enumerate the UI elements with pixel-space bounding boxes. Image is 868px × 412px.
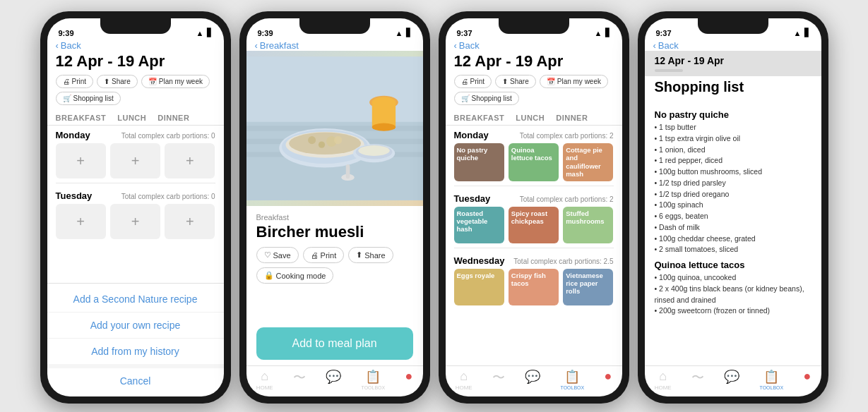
- tuesday-lunch-cell[interactable]: +: [110, 204, 160, 239]
- phone-2-back[interactable]: ‹ Breakfast: [246, 39, 423, 51]
- tuesday-cells: + + +: [56, 204, 215, 239]
- share-recipe-btn[interactable]: ⬆ Share: [348, 247, 393, 263]
- phone-1-title: 12 Apr - 19 Apr: [47, 51, 224, 75]
- tab-toolbox[interactable]: 📋TOOLBOX: [361, 369, 385, 391]
- p3-tuesday-row: Tuesday Total complex carb portions: 2 R…: [446, 189, 622, 245]
- item-1-11: • 100g cheddar cheese, grated: [655, 234, 811, 245]
- phone-4-content: ‹ Back 12 Apr - 19 Apr Shopping list No …: [645, 39, 821, 396]
- tuesday-row: Tuesday Total complex carb portions: 0 +…: [47, 186, 224, 241]
- p3-divider-1: [454, 186, 614, 186]
- tab-home[interactable]: ⌂HOME: [256, 369, 273, 391]
- print-btn[interactable]: 🖨 Print: [56, 75, 94, 88]
- p3-tuesday-breakfast[interactable]: Roasted vegetable hash: [454, 207, 504, 243]
- back-chevron: ‹: [56, 40, 59, 51]
- p3-shopping-btn[interactable]: 🛒 Shopping list: [454, 92, 519, 105]
- p3-tab-dinner[interactable]: DINNER: [556, 114, 588, 122]
- phones-container: 9:39 ▲ ▋ ‹ Back 12 Apr - 19 Apr 🖨 Print …: [40, 11, 828, 404]
- tab-breakfast[interactable]: BREAKFAST: [56, 114, 107, 122]
- p3-tab-toolbox[interactable]: 📋TOOLBOX: [560, 369, 584, 391]
- tuesday-dinner-cell[interactable]: +: [165, 204, 215, 239]
- phone-4-time: 9:37: [656, 29, 672, 37]
- phone-4-back-chevron: ‹: [653, 40, 656, 51]
- cancel-btn[interactable]: Cancel: [47, 368, 224, 394]
- add-second-nature-btn[interactable]: Add a Second Nature recipe: [47, 286, 224, 313]
- p3-tuesday-dinner[interactable]: Stuffed mushrooms: [563, 207, 613, 243]
- p3-monday-dinner[interactable]: Cottage pie and cauliflower mash: [563, 143, 613, 181]
- phone-1-back[interactable]: ‹ Back: [47, 39, 224, 51]
- tab-notifications[interactable]: ●: [405, 369, 412, 391]
- print-recipe-btn[interactable]: 🖨 Print: [303, 247, 345, 263]
- phone-3-notch: [499, 18, 569, 34]
- p3-tab-home[interactable]: ⌂HOME: [456, 369, 472, 391]
- phone-3: 9:37 ▲ ▋ ‹ Back 12 Apr - 19 Apr 🖨 Print …: [439, 11, 629, 404]
- item-1-10: • Dash of milk: [655, 222, 811, 234]
- phone-3-status-right: ▲ ▋: [595, 28, 611, 37]
- recipe-actions: ♡ Save 🖨 Print ⬆ Share: [256, 247, 413, 263]
- p3-print-btn[interactable]: 🖨 Print: [454, 75, 492, 88]
- item-1-6: • 1/2 tsp dried parsley: [655, 178, 811, 189]
- phone-3-action-buttons: 🖨 Print ⬆ Share 📅 Plan my week 🛒 Shoppin…: [446, 75, 622, 109]
- p3-share-btn[interactable]: ⬆ Share: [495, 75, 536, 88]
- p3-wednesday-portions: Total complex carb portions: 2.5: [513, 258, 613, 265]
- p3-monday-cells: No pastry quiche Quinoa lettuce tacos Co…: [454, 143, 614, 181]
- phone-3-back[interactable]: ‹ Back: [446, 39, 622, 51]
- svg-point-13: [308, 136, 316, 144]
- phone-3-tabs: BREAKFAST LUNCH DINNER: [446, 109, 622, 126]
- save-recipe-btn[interactable]: ♡ Save: [256, 247, 299, 263]
- plan-week-btn[interactable]: 📅 Plan my week: [141, 75, 210, 88]
- add-from-history-btn[interactable]: Add from my history: [47, 339, 224, 364]
- p4-tab-notifications[interactable]: ●: [803, 369, 811, 391]
- p4-tab-toolbox[interactable]: 📋TOOLBOX: [759, 369, 783, 391]
- p3-wednesday-breakfast[interactable]: Eggs royale: [454, 269, 504, 305]
- monday-row: Monday Total complex carb portions: 0 + …: [47, 126, 224, 180]
- section-1-title: No pastry quiche: [655, 109, 811, 120]
- monday-label: Monday: [56, 130, 90, 140]
- section-2-title: Quinoa lettuce tacos: [655, 260, 811, 270]
- p3-tab-breakfast[interactable]: BREAKFAST: [454, 114, 505, 122]
- phone-1-action-buttons: 🖨 Print ⬆ Share 📅 Plan my week 🛒 Shoppin…: [47, 75, 224, 109]
- cooking-mode-btn[interactable]: 🔒 Cooking mode: [256, 267, 334, 284]
- phone-2-content: Breakfast Bircher muesli ♡ Save 🖨 Print …: [246, 51, 423, 396]
- share-btn[interactable]: ⬆ Share: [97, 75, 138, 88]
- recipe-title: Bircher muesli: [256, 223, 413, 241]
- shopping-list-title: Shopping list: [645, 76, 821, 99]
- recipe-category: Breakfast: [256, 213, 413, 222]
- p4-tab-chat[interactable]: 💬: [724, 369, 739, 391]
- tab-lunch[interactable]: LUNCH: [117, 114, 146, 122]
- monday-breakfast-cell[interactable]: +: [56, 143, 106, 178]
- phone-1-status-right: ▲ ▋: [196, 28, 213, 37]
- item-2-1: • 100g quinoa, uncooked: [655, 272, 811, 284]
- phone-2-back-chevron: ‹: [255, 40, 258, 51]
- phone-1-battery: ▋: [207, 28, 213, 37]
- p4-tab-activity[interactable]: 〜: [691, 369, 704, 391]
- item-1-4: • 1 red pepper, diced: [655, 155, 811, 166]
- p4-tab-home[interactable]: ⌂HOME: [655, 369, 672, 391]
- add-to-plan-btn[interactable]: Add to meal plan: [256, 327, 413, 360]
- phone-1-content: ‹ Back 12 Apr - 19 Apr 🖨 Print ⬆ Share 📅…: [47, 39, 224, 396]
- tab-dinner[interactable]: DINNER: [157, 114, 189, 122]
- tuesday-breakfast-cell[interactable]: +: [56, 204, 106, 239]
- item-1-7: • 1/2 tsp dried oregano: [655, 189, 811, 200]
- monday-lunch-cell[interactable]: +: [110, 143, 160, 178]
- p3-tab-notifications[interactable]: ●: [604, 369, 612, 391]
- p3-tab-chat[interactable]: 💬: [525, 369, 540, 391]
- p3-tab-lunch[interactable]: LUNCH: [516, 114, 545, 122]
- p3-tuesday-lunch[interactable]: Spicy roast chickpeas: [509, 207, 559, 243]
- p3-monday-row: Monday Total complex carb portions: 2 No…: [446, 126, 622, 183]
- phone-4-back[interactable]: ‹ Back: [645, 39, 821, 51]
- tab-activity[interactable]: 〜: [293, 369, 306, 391]
- p3-wednesday-lunch[interactable]: Crispy fish tacos: [509, 269, 559, 305]
- tab-chat[interactable]: 💬: [326, 369, 341, 391]
- p3-tab-activity[interactable]: 〜: [492, 369, 505, 391]
- p3-plan-week-btn[interactable]: 📅 Plan my week: [540, 75, 608, 88]
- phone-3-screen: 9:37 ▲ ▋ ‹ Back 12 Apr - 19 Apr 🖨 Print …: [446, 18, 622, 396]
- phone-2-notch: [299, 18, 370, 34]
- add-own-recipe-btn[interactable]: Add your own recipe: [47, 313, 224, 339]
- p3-monday-breakfast[interactable]: No pastry quiche: [454, 143, 504, 181]
- shopping-list-btn[interactable]: 🛒 Shopping list: [56, 92, 121, 105]
- p3-wednesday-dinner[interactable]: Vietnamese rice paper rolls: [563, 269, 613, 305]
- p3-monday-lunch[interactable]: Quinoa lettuce tacos: [509, 143, 559, 181]
- monday-dinner-cell[interactable]: +: [165, 143, 215, 178]
- item-1-12: • 2 small tomatoes, sliced: [655, 244, 811, 255]
- p3-wednesday-cells: Eggs royale Crispy fish tacos Vietnamese…: [454, 269, 614, 305]
